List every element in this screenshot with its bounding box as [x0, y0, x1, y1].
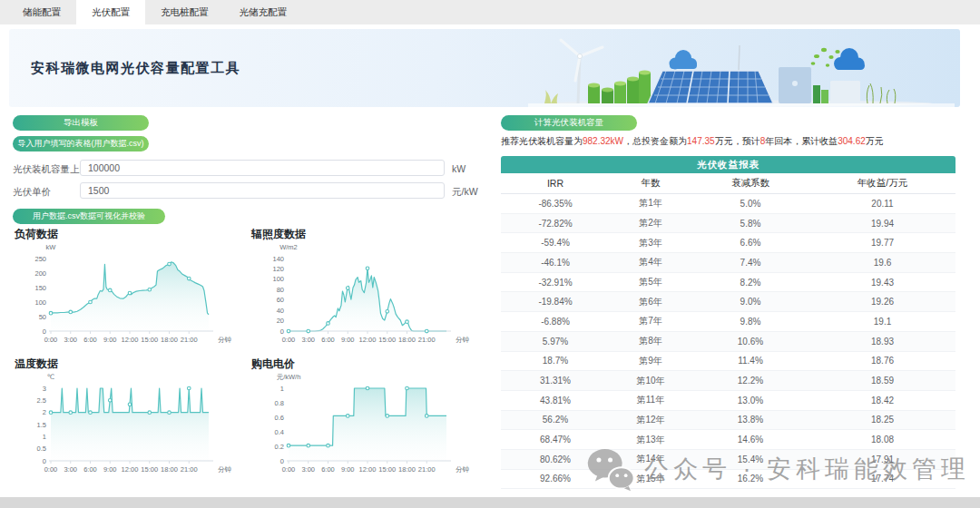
svg-text:0:00: 0:00 [282, 465, 296, 474]
table-row: -86.35%第1年5.0%20.11 [501, 194, 956, 214]
table-cell: 第11年 [610, 394, 691, 406]
svg-text:3: 3 [43, 385, 46, 393]
cloud-icon [670, 50, 698, 70]
calculate-pv-capacity-button[interactable]: 计算光伏装机容量 [501, 115, 637, 131]
table-cell: 第8年 [610, 335, 691, 347]
visualize-csv-button[interactable]: 用户数据.csv数据可视化并校验 [13, 209, 165, 224]
svg-text:12:00: 12:00 [359, 465, 377, 474]
export-template-button[interactable]: 导出模板 [13, 115, 149, 131]
svg-text:80: 80 [277, 286, 284, 294]
table-cell: -72.82% [501, 219, 610, 229]
table-cell: 第9年 [610, 355, 691, 367]
svg-text:12:00: 12:00 [122, 465, 139, 474]
import-csv-button[interactable]: 导入用户填写的表格(用户数据.csv) [13, 136, 149, 151]
svg-text:100: 100 [34, 298, 46, 307]
result-total-profit: 304.62 [838, 136, 866, 146]
svg-text:21:00: 21:00 [181, 336, 198, 344]
svg-text:0: 0 [43, 327, 46, 336]
table-cell: 第14年 [610, 453, 691, 465]
table-cell: 56.2% [501, 415, 610, 425]
table-cell: 14.6% [691, 435, 809, 444]
table-cell: 92.66% [501, 474, 610, 484]
svg-text:分钟: 分钟 [218, 336, 232, 344]
col-decay: 衰减系数 [691, 177, 809, 190]
banner: 安科瑞微电网光伏容量配置工具 [9, 29, 960, 107]
table-cell: -46.1% [501, 258, 610, 268]
table-cell: 68.47% [501, 435, 610, 444]
table-cell: 12.2% [691, 376, 809, 386]
result-segment: 推荐光伏装机容量为 [501, 136, 583, 146]
table-row: -72.82%第2年5.8%19.94 [501, 214, 956, 234]
grass-icon [867, 83, 895, 103]
table-cell: 19.6 [809, 258, 956, 268]
chart-load: 0501001502002500:003:006:009:0012:0015:0… [5, 239, 243, 349]
table-row: -19.84%第6年9.0%19.26 [501, 292, 956, 312]
tab-storage-config[interactable]: 储能配置 [7, 0, 76, 24]
pv-capacity-limit-input[interactable] [80, 160, 445, 176]
table-row: 43.81%第11年13.0%18.42 [501, 391, 956, 411]
svg-text:6:00: 6:00 [321, 336, 335, 344]
chart-irradiance: 0204060801001201400:003:006:009:0012:001… [243, 239, 481, 349]
grass-icon [544, 90, 558, 103]
table-cell: 16.2% [691, 474, 809, 484]
table-cell: 31.31% [501, 376, 610, 386]
buildings-icon [779, 67, 860, 103]
pv-unit-price-input[interactable] [80, 182, 445, 199]
svg-text:0: 0 [280, 327, 284, 336]
svg-text:18:00: 18:00 [398, 336, 416, 344]
table-cell: 18.93 [809, 337, 956, 347]
svg-text:W/m2: W/m2 [279, 243, 298, 251]
table-cell: -59.4% [501, 238, 610, 248]
pv-capacity-limit-label: 光伏装机容量上限 [13, 163, 89, 176]
svg-text:3:00: 3:00 [301, 336, 315, 344]
table-cell: 第10年 [610, 375, 691, 387]
table-row: -59.4%第3年6.6%19.77 [501, 233, 956, 253]
svg-text:6:00: 6:00 [83, 465, 97, 474]
svg-text:120: 120 [272, 265, 284, 273]
tab-charging-pile-config[interactable]: 充电桩配置 [145, 0, 224, 24]
svg-text:6:00: 6:00 [83, 336, 97, 344]
svg-text:9:00: 9:00 [341, 336, 355, 344]
svg-text:kW: kW [46, 243, 57, 251]
table-cell: 第13年 [610, 434, 691, 446]
svg-text:0: 0 [43, 457, 46, 465]
svg-text:15:00: 15:00 [141, 465, 158, 474]
table-cell: 第4年 [610, 256, 691, 269]
result-segment: 年回本，累计收益 [765, 136, 838, 146]
table-cell: 19.26 [809, 297, 956, 307]
table-cell: 17.91 [809, 454, 956, 464]
svg-text:1.5: 1.5 [37, 421, 46, 429]
tab-pv-storage-charging-config[interactable]: 光储充配置 [224, 0, 303, 24]
svg-text:18:00: 18:00 [398, 465, 416, 474]
svg-text:分钟: 分钟 [456, 336, 470, 344]
svg-text:20: 20 [277, 317, 284, 325]
result-capacity-value: 982.32kW [583, 136, 623, 146]
table-cell: 第7年 [610, 315, 691, 327]
svg-text:2: 2 [43, 408, 46, 416]
table-cell: 43.81% [501, 396, 610, 405]
table-cell: 5.97% [501, 337, 610, 347]
profit-table: 光伏收益报表 IRR 年数 衰减系数 年收益/万元 -86.35%第1年5.0%… [501, 156, 956, 489]
table-cell: -6.88% [501, 317, 610, 327]
chart-price: 00.20.40.60.810:003:006:009:0012:0015:00… [243, 368, 481, 479]
table-cell: -19.84% [501, 297, 610, 307]
table-cell: 第2年 [610, 217, 691, 230]
col-irr: IRR [501, 178, 610, 189]
table-cell: 18.76 [809, 356, 956, 366]
svg-text:0.5: 0.5 [37, 444, 46, 453]
profit-table-body: -86.35%第1年5.0%20.11-72.82%第2年5.8%19.94-5… [501, 194, 956, 489]
tab-pv-config[interactable]: 光伏配置 [76, 0, 145, 24]
page-title: 安科瑞微电网光伏容量配置工具 [31, 60, 240, 77]
table-row: 18.7%第9年11.4%18.76 [501, 352, 956, 372]
svg-text:3:00: 3:00 [64, 465, 77, 474]
svg-text:50: 50 [39, 313, 46, 321]
profit-table-header: IRR 年数 衰减系数 年收益/万元 [501, 173, 956, 194]
svg-text:3:00: 3:00 [301, 465, 315, 474]
svg-text:21:00: 21:00 [418, 336, 436, 344]
table-cell: 8.2% [691, 278, 809, 288]
table-cell: 18.08 [809, 435, 956, 444]
table-cell: 7.4% [691, 258, 809, 268]
table-cell: 17.74 [809, 474, 956, 484]
svg-text:6:00: 6:00 [321, 465, 335, 474]
svg-text:1: 1 [43, 433, 46, 441]
